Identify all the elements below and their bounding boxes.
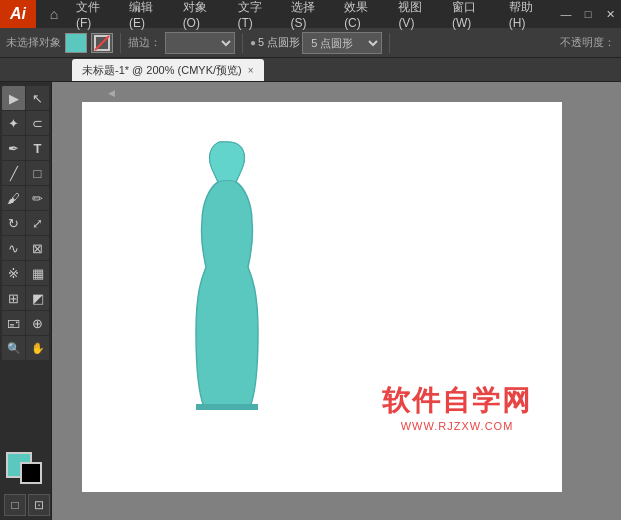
blend-tool[interactable]: ⊕: [26, 311, 49, 335]
free-transform-tool[interactable]: ⊠: [26, 236, 49, 260]
app-logo: Ai: [0, 0, 36, 28]
separator-1: [120, 33, 121, 53]
document-tab[interactable]: 未标题-1* @ 200% (CMYK/预览) ×: [72, 59, 264, 81]
window-controls: — □ ✕: [555, 3, 621, 25]
menu-text[interactable]: 文字(T): [230, 0, 283, 28]
tab-title: 未标题-1* @ 200% (CMYK/预览): [82, 63, 242, 78]
text-tool[interactable]: T: [26, 136, 49, 160]
separator-3: [389, 33, 390, 53]
menu-object[interactable]: 对象(O): [175, 0, 230, 28]
document-canvas: 软件自学网 WWW.RJZXW.COM: [82, 102, 562, 492]
collapse-panel-arrow[interactable]: ◀: [106, 86, 116, 100]
menu-effect[interactable]: 效果(C): [336, 0, 390, 28]
tool-row-9: ⊞ ◩: [2, 286, 49, 310]
rectangle-tool[interactable]: □: [26, 161, 49, 185]
stroke-style-select[interactable]: [165, 32, 235, 54]
fill-color-swatch[interactable]: [65, 33, 87, 53]
opacity-label: 不透明度：: [560, 35, 615, 50]
selection-tool[interactable]: ▶: [2, 86, 25, 110]
full-screen-icon[interactable]: ⊡: [28, 494, 50, 516]
symbol-sprayer-tool[interactable]: ※: [2, 261, 25, 285]
bullet-icon: ●: [250, 37, 256, 48]
selector-label: 未选择对象: [6, 35, 61, 50]
stroke-icon[interactable]: [91, 33, 113, 53]
rotate-tool[interactable]: ↻: [2, 211, 25, 235]
tool-row-7: ∿ ⊠: [2, 236, 49, 260]
tab-close-button[interactable]: ×: [248, 65, 254, 76]
point-selector: ● 5 点圆形 5 点圆形: [250, 32, 382, 54]
menu-edit[interactable]: 编辑(E): [121, 0, 175, 28]
tool-row-3: ✒ T: [2, 136, 49, 160]
lasso-tool[interactable]: ⊂: [26, 111, 49, 135]
tool-row-6: ↻ ⤢: [2, 211, 49, 235]
svg-rect-2: [196, 404, 258, 410]
minimize-button[interactable]: —: [555, 3, 577, 25]
tool-row-2: ✦ ⊂: [2, 111, 49, 135]
close-button[interactable]: ✕: [599, 3, 621, 25]
scale-tool[interactable]: ⤢: [26, 211, 49, 235]
watermark-chinese: 软件自学网: [382, 382, 532, 420]
toolbar-bottom-icons: □ ⊡: [4, 494, 50, 516]
shape-svg: [182, 132, 272, 422]
menu-view[interactable]: 视图(V): [390, 0, 444, 28]
line-tool[interactable]: ╱: [2, 161, 25, 185]
menu-select[interactable]: 选择(S): [283, 0, 337, 28]
tool-row-1: ▶ ↖: [2, 86, 49, 110]
pencil-tool[interactable]: ✏: [26, 186, 49, 210]
tool-row-10: 🖃 ⊕: [2, 311, 49, 335]
tab-bar: 未标题-1* @ 200% (CMYK/预览) ×: [0, 58, 621, 82]
menu-help[interactable]: 帮助(H): [501, 0, 555, 28]
watermark: 软件自学网 WWW.RJZXW.COM: [382, 382, 532, 432]
zoom-tool[interactable]: 🔍: [2, 336, 25, 360]
options-bar: 未选择对象 描边： ● 5 点圆形 5 点圆形 不透明度：: [0, 28, 621, 58]
menu-file[interactable]: 文件(F): [68, 0, 121, 28]
column-graph-tool[interactable]: ▦: [26, 261, 49, 285]
toolbar-colors: [6, 452, 48, 490]
warp-tool[interactable]: ∿: [2, 236, 25, 260]
paintbrush-tool[interactable]: 🖌: [2, 186, 25, 210]
point-label: 5 点圆形: [258, 35, 300, 50]
eyedropper-tool[interactable]: 🖃: [2, 311, 25, 335]
watermark-english: WWW.RJZXW.COM: [382, 420, 532, 432]
menu-window[interactable]: 窗口(W): [444, 0, 501, 28]
stroke-label: 描边：: [128, 35, 161, 50]
mode-icon-row: □ ⊡: [4, 494, 50, 516]
tool-row-4: ╱ □: [2, 161, 49, 185]
tool-row-8: ※ ▦: [2, 261, 49, 285]
toolbar: ▶ ↖ ✦ ⊂ ✒ T ╱ □ 🖌 ✏ ↻ ⤢ ∿ ⊠ ※ ▦: [0, 82, 52, 520]
direct-selection-tool[interactable]: ↖: [26, 86, 49, 110]
menu-bar: Ai ⌂ 文件(F) 编辑(E) 对象(O) 文字(T) 选择(S) 效果(C)…: [0, 0, 621, 28]
separator-2: [242, 33, 243, 53]
mesh-tool[interactable]: ⊞: [2, 286, 25, 310]
pen-tool[interactable]: ✒: [2, 136, 25, 160]
tool-row-5: 🖌 ✏: [2, 186, 49, 210]
background-color[interactable]: [20, 462, 42, 484]
menu-items: 文件(F) 编辑(E) 对象(O) 文字(T) 选择(S) 效果(C) 视图(V…: [68, 0, 555, 28]
hand-tool[interactable]: ✋: [26, 336, 49, 360]
maximize-button[interactable]: □: [577, 3, 599, 25]
magic-wand-tool[interactable]: ✦: [2, 111, 25, 135]
canvas-area: ◀ 软件自学网 WWW.RJZXW.COM: [52, 82, 621, 520]
gradient-tool[interactable]: ◩: [26, 286, 49, 310]
menu-home-icon[interactable]: ⌂: [40, 0, 68, 28]
normal-mode-icon[interactable]: □: [4, 494, 26, 516]
main-layout: ▶ ↖ ✦ ⊂ ✒ T ╱ □ 🖌 ✏ ↻ ⤢ ∿ ⊠ ※ ▦: [0, 82, 621, 520]
point-select[interactable]: 5 点圆形: [302, 32, 382, 54]
svg-line-1: [95, 36, 109, 50]
tool-row-11: 🔍 ✋: [2, 336, 49, 360]
